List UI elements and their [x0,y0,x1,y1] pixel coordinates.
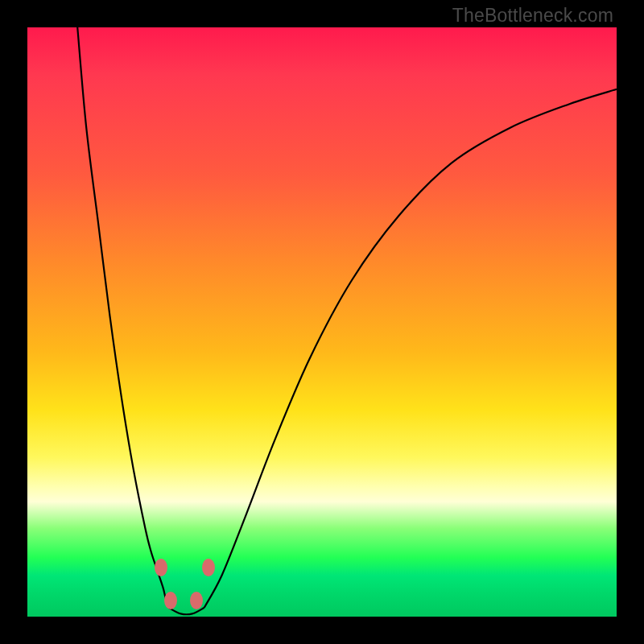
watermark-text: TheBottleneck.com [452,5,613,27]
marker-dot [155,559,167,576]
plot-area [27,27,617,617]
marker-dot [202,559,215,576]
marker-dot [190,592,203,609]
curve-layer [27,27,617,617]
bottleneck-curve-left [77,27,168,608]
bottleneck-curve-floor [169,608,204,614]
marker-dot [164,592,177,609]
bottleneck-curve-right [204,89,617,608]
chart-frame: TheBottleneck.com [0,0,644,644]
